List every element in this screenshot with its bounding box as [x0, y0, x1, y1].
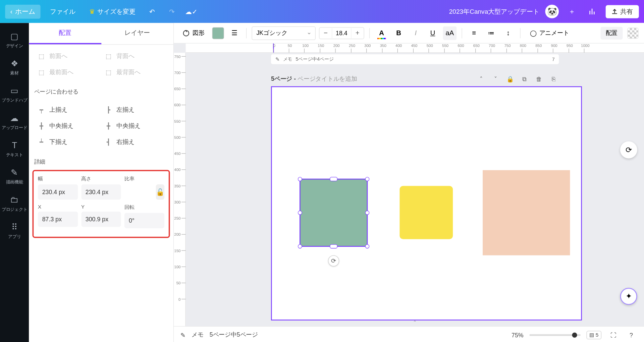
- transparency-button[interactable]: [626, 26, 640, 40]
- side-panel: 配置 レイヤー ⬚前面へ ⬚背面へ ⬚最前面へ ⬚最背面へ ページに合わせる ┯…: [29, 23, 174, 342]
- collapse-up-button[interactable]: ˄: [475, 74, 486, 85]
- animate-button[interactable]: ◯ アニメート: [526, 26, 573, 39]
- fill-color-swatch[interactable]: [212, 27, 224, 39]
- shape-peach[interactable]: [483, 170, 570, 255]
- ai-assist-button[interactable]: ✦: [620, 288, 637, 305]
- tab-layer[interactable]: レイヤー: [101, 23, 173, 44]
- rail-brand[interactable]: ▭ブランドハブ: [0, 82, 29, 107]
- font-size-increase[interactable]: +: [351, 27, 364, 39]
- rail-projects[interactable]: 🗀プロジェクト: [0, 191, 29, 216]
- zoom-slider[interactable]: [529, 334, 580, 336]
- resize-handle-mr[interactable]: [365, 211, 369, 215]
- lock-page-button[interactable]: 🔒: [504, 74, 515, 85]
- analytics-button[interactable]: [585, 4, 600, 19]
- rail-apps[interactable]: ⠿アプリ: [0, 218, 29, 243]
- border-style-button[interactable]: ☰: [227, 26, 241, 40]
- width-input[interactable]: 230.4 px: [38, 184, 78, 200]
- italic-button[interactable]: I: [409, 26, 423, 40]
- rail-draw[interactable]: ✎描画機能: [0, 164, 29, 189]
- redo-icon: ↷: [169, 7, 175, 15]
- resize-handle-mb[interactable]: [330, 244, 337, 249]
- height-label: 高さ: [81, 175, 121, 183]
- notes-icon: ✎: [180, 332, 185, 338]
- resize-handle-tl[interactable]: [298, 177, 302, 181]
- fullscreen-icon: ⛶: [610, 332, 616, 338]
- send-back[interactable]: ⬚最背面へ: [101, 64, 168, 80]
- add-page-button[interactable]: ⎘: [548, 74, 559, 85]
- duplicate-page-button[interactable]: ⧉: [519, 74, 530, 85]
- resize-handle-mt[interactable]: [330, 177, 337, 181]
- text-color-button[interactable]: A: [375, 26, 388, 40]
- cloud-sync-button[interactable]: ☁✓: [184, 4, 199, 19]
- shape-type-button[interactable]: 図形: [178, 26, 209, 39]
- home-button[interactable]: ‹ ホーム: [5, 4, 41, 18]
- page-title-placeholder[interactable]: ページタイトルを追加: [298, 75, 357, 82]
- align-bottom[interactable]: ┷下揃え: [34, 134, 101, 150]
- tab-position[interactable]: 配置: [29, 23, 101, 44]
- expand-down-button[interactable]: ˅: [490, 74, 501, 85]
- list-button[interactable]: ≔: [484, 26, 498, 40]
- refresh-button[interactable]: ⟳: [620, 141, 637, 159]
- panda-icon: 🐼: [547, 7, 557, 16]
- redo-button[interactable]: ↷: [165, 4, 179, 19]
- zoom-thumb[interactable]: [572, 332, 577, 337]
- file-menu[interactable]: ファイル: [46, 5, 80, 18]
- align-top[interactable]: ┯上揃え: [34, 102, 101, 118]
- lock-ratio-button[interactable]: 🔓: [156, 184, 164, 200]
- resize-handle-br[interactable]: [365, 244, 369, 249]
- bring-forward[interactable]: ⬚前面へ: [34, 48, 101, 64]
- rotation-input[interactable]: 0°: [124, 213, 164, 228]
- bring-front[interactable]: ⬚最前面へ: [34, 64, 101, 80]
- font-size-value[interactable]: 18.4: [332, 28, 351, 38]
- y-label: Y: [81, 204, 121, 210]
- zoom-value[interactable]: 75%: [512, 332, 524, 338]
- rail-upload[interactable]: ☁アップロード: [0, 109, 29, 134]
- resize-handle-ml[interactable]: [298, 211, 302, 215]
- align-bottom-icon: ┷: [38, 139, 45, 146]
- page-count-badge[interactable]: ▤ 5: [587, 331, 601, 339]
- align-text-button[interactable]: ≡: [467, 26, 481, 40]
- page-header: 5ページ - ページタイトルを追加 ˄ ˅ 🔒 ⧉ 🗑 ⎘: [271, 74, 559, 85]
- x-input[interactable]: 87.3 px: [38, 212, 78, 227]
- rail-elements[interactable]: ❖素材: [0, 55, 29, 80]
- send-backward[interactable]: ⬚背面へ: [101, 48, 168, 64]
- underline-button[interactable]: U: [426, 26, 440, 40]
- shape-green-selected[interactable]: ⟳: [300, 179, 368, 247]
- resize-handle-bl[interactable]: [298, 244, 302, 249]
- y-input[interactable]: 300.9 px: [81, 212, 121, 227]
- share-button[interactable]: 共有: [606, 5, 639, 18]
- align-left[interactable]: ┣左揃え: [101, 102, 168, 118]
- shape-yellow[interactable]: [399, 186, 453, 239]
- document-title[interactable]: 2023年Canva大型アップデート: [449, 7, 539, 15]
- canvas-scroll[interactable]: ✎ メモ 5ページ中4ページ 7 5ページ - ページタイトルを追加 ˄ ˅ 🔒: [186, 53, 644, 326]
- resize-handle-tr[interactable]: [365, 177, 369, 181]
- case-button[interactable]: aA: [443, 26, 457, 40]
- animate-icon: ◯: [530, 30, 537, 36]
- font-select[interactable]: JKゴシック: [252, 26, 315, 40]
- x-label: X: [38, 204, 78, 210]
- rotate-handle[interactable]: ⟳: [328, 255, 339, 267]
- align-vcenter[interactable]: ╋中央揃え: [34, 118, 101, 134]
- help-button[interactable]: ?: [625, 329, 637, 341]
- bold-button[interactable]: B: [392, 26, 406, 40]
- rail-design[interactable]: ▢デザイン: [0, 27, 29, 53]
- align-section-label: ページに合わせる: [29, 84, 173, 98]
- delete-page-button[interactable]: 🗑: [533, 74, 544, 85]
- undo-button[interactable]: ↶: [145, 4, 159, 19]
- align-right[interactable]: ┫右揃え: [101, 134, 168, 150]
- resize-menu[interactable]: ♛ サイズを変更: [85, 5, 140, 18]
- panel-tabs: 配置 レイヤー: [29, 23, 173, 45]
- align-hcenter[interactable]: ╋中央揃え: [101, 118, 168, 134]
- height-input[interactable]: 230.4 px: [81, 184, 121, 200]
- font-size-decrease[interactable]: −: [319, 27, 332, 39]
- fullscreen-button[interactable]: ⛶: [607, 329, 620, 341]
- front-icon: ⬚: [38, 69, 45, 76]
- spacing-button[interactable]: ↕: [501, 26, 515, 40]
- user-avatar[interactable]: 🐼: [545, 5, 559, 18]
- add-member-button[interactable]: ＋: [565, 4, 579, 19]
- position-button[interactable]: 配置: [600, 26, 623, 39]
- notes-label[interactable]: メモ: [192, 331, 204, 339]
- header-left: ‹ ホーム ファイル ♛ サイズを変更 ↶ ↷ ☁✓: [5, 4, 199, 19]
- rail-text[interactable]: Tテキスト: [0, 136, 29, 162]
- canvas-page[interactable]: ⟳: [271, 87, 582, 321]
